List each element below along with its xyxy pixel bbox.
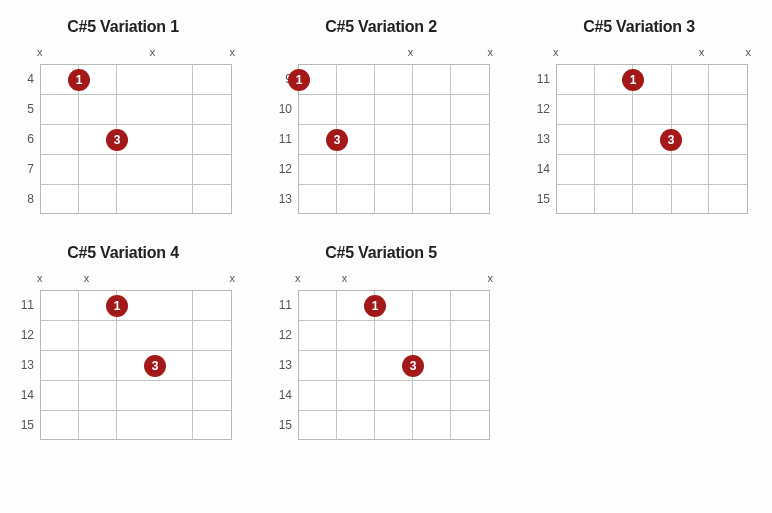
fret-labels: 1112131415 (272, 272, 298, 440)
string-marker: x (136, 46, 169, 64)
string-marker (169, 46, 202, 64)
string-marker (328, 46, 361, 64)
finger-number: 1 (296, 73, 303, 87)
fret-number: 11 (530, 64, 550, 94)
string-marker: x (460, 272, 493, 290)
string-marker: x (202, 272, 235, 290)
finger-number: 1 (76, 73, 83, 87)
string-marker: x (718, 46, 751, 64)
string-marker (70, 46, 103, 64)
string-markers: xxx (40, 46, 232, 64)
string-marker: x (685, 46, 718, 64)
string-marker: x (37, 46, 70, 64)
chord-diagram: C#5 Variation 51112131415xxx13 (272, 244, 490, 440)
fret-number: 6 (14, 124, 34, 154)
fret-labels: 45678 (14, 46, 40, 214)
string-marker: x (202, 46, 235, 64)
chord-title: C#5 Variation 4 (14, 244, 232, 262)
finger-dot: 3 (144, 355, 166, 377)
string-marker (103, 46, 136, 64)
chord-diagram: C#5 Variation 2910111213xx13 (272, 18, 490, 214)
fret-number: 5 (14, 94, 34, 124)
finger-dot: 3 (402, 355, 424, 377)
finger-dot: 3 (660, 129, 682, 151)
finger-dot: 3 (106, 129, 128, 151)
fret-number: 13 (272, 184, 292, 214)
finger-number: 3 (114, 133, 121, 147)
fret-number: 14 (14, 380, 34, 410)
finger-number: 1 (114, 299, 121, 313)
diagram: 1112131415xxx13 (14, 272, 232, 440)
fret-number: 13 (530, 124, 550, 154)
diagram: 910111213xx13 (272, 46, 490, 214)
string-marker: x (460, 46, 493, 64)
string-markers: xxx (556, 46, 748, 64)
string-marker (427, 46, 460, 64)
fret-number: 10 (272, 94, 292, 124)
fretboard: 13 (298, 64, 490, 214)
string-markers: xxx (40, 272, 232, 290)
finger-dot: 1 (364, 295, 386, 317)
fret-number: 12 (14, 320, 34, 350)
finger-number: 1 (630, 73, 637, 87)
fretboard: 13 (298, 290, 490, 440)
chord-grid: C#5 Variation 145678xxx13C#5 Variation 2… (14, 18, 758, 440)
chord-title: C#5 Variation 2 (272, 18, 490, 36)
chord-title: C#5 Variation 5 (272, 244, 490, 262)
string-marker (169, 272, 202, 290)
string-marker: x (37, 272, 70, 290)
fret-number: 11 (272, 290, 292, 320)
fretboard: 13 (40, 290, 232, 440)
finger-dot: 3 (326, 129, 348, 151)
fret-number: 14 (530, 154, 550, 184)
fretboard: 13 (40, 64, 232, 214)
string-marker (295, 46, 328, 64)
chord-diagram: C#5 Variation 31112131415xxx13 (530, 18, 748, 214)
fret-labels: 1112131415 (14, 272, 40, 440)
fret-number: 13 (14, 350, 34, 380)
string-marker: x (328, 272, 361, 290)
chord-title: C#5 Variation 3 (530, 18, 748, 36)
fretboard: 13 (556, 64, 748, 214)
fret-number: 11 (14, 290, 34, 320)
string-marker (427, 272, 460, 290)
string-markers: xx (298, 46, 490, 64)
string-marker (361, 46, 394, 64)
fret-number: 12 (272, 320, 292, 350)
fret-number: 15 (530, 184, 550, 214)
fret-number: 12 (272, 154, 292, 184)
chord-diagram: C#5 Variation 145678xxx13 (14, 18, 232, 214)
fret-number: 12 (530, 94, 550, 124)
string-marker: x (553, 46, 586, 64)
finger-number: 3 (334, 133, 341, 147)
finger-dot: 1 (288, 69, 310, 91)
chord-title: C#5 Variation 1 (14, 18, 232, 36)
finger-number: 3 (152, 359, 159, 373)
string-marker (619, 46, 652, 64)
string-marker (103, 272, 136, 290)
string-marker (136, 272, 169, 290)
fret-number: 7 (14, 154, 34, 184)
fret-number: 15 (14, 410, 34, 440)
finger-number: 3 (668, 133, 675, 147)
string-marker (586, 46, 619, 64)
finger-dot: 1 (68, 69, 90, 91)
fret-number: 8 (14, 184, 34, 214)
string-marker: x (70, 272, 103, 290)
finger-dot: 1 (106, 295, 128, 317)
diagram: 45678xxx13 (14, 46, 232, 214)
fret-number: 15 (272, 410, 292, 440)
diagram: 1112131415xxx13 (530, 46, 748, 214)
diagram: 1112131415xxx13 (272, 272, 490, 440)
finger-number: 1 (372, 299, 379, 313)
fret-labels: 1112131415 (530, 46, 556, 214)
fret-number: 13 (272, 350, 292, 380)
string-marker (361, 272, 394, 290)
fret-number: 11 (272, 124, 292, 154)
fret-number: 4 (14, 64, 34, 94)
string-marker: x (394, 46, 427, 64)
chord-diagram: C#5 Variation 41112131415xxx13 (14, 244, 232, 440)
string-markers: xxx (298, 272, 490, 290)
string-marker (394, 272, 427, 290)
finger-dot: 1 (622, 69, 644, 91)
